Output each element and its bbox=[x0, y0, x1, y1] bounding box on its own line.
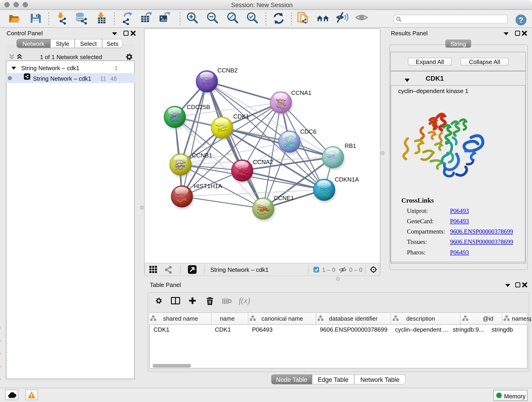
svg-text:CDC25B: CDC25B bbox=[187, 104, 210, 110]
svg-text:CDC6: CDC6 bbox=[300, 128, 317, 135]
svg-text:HIST1H1A: HIST1H1A bbox=[194, 183, 222, 190]
svg-text:CCNA1: CCNA1 bbox=[291, 89, 311, 96]
svg-text:CCNA2: CCNA2 bbox=[253, 159, 273, 166]
svg-text:CDKN1A: CDKN1A bbox=[335, 176, 359, 183]
svg-text:CCNB2: CCNB2 bbox=[217, 67, 238, 74]
svg-text:CDK1: CDK1 bbox=[233, 113, 249, 120]
svg-text:CCNB1: CCNB1 bbox=[192, 152, 212, 159]
svg-text:RB1: RB1 bbox=[345, 142, 356, 149]
svg-text:CCNE1: CCNE1 bbox=[274, 195, 294, 201]
